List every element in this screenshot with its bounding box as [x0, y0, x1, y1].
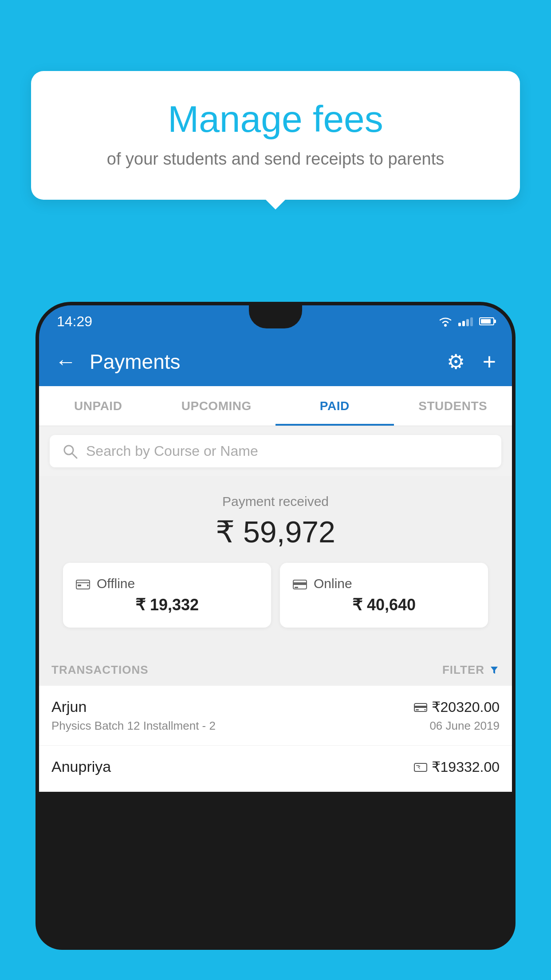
transaction-row[interactable]: Anupriya ₹ ₹19332.00 [39, 746, 512, 792]
transaction-amount: ₹20320.00 [414, 699, 500, 715]
battery-icon [479, 317, 494, 325]
transaction-date: 06 June 2019 [429, 719, 500, 733]
plus-icon[interactable]: + [483, 348, 496, 375]
bubble-title: Manage fees [53, 98, 498, 141]
background: Manage fees of your students and send re… [0, 0, 551, 980]
svg-point-0 [444, 324, 447, 327]
svg-marker-10 [491, 667, 498, 674]
online-label: Online [314, 576, 352, 591]
svg-rect-12 [414, 706, 427, 708]
transaction-top: Arjun ₹20320.00 [51, 698, 500, 715]
transactions-label: TRANSACTIONS [51, 663, 149, 677]
tab-students[interactable]: STUDENTS [394, 386, 512, 426]
status-icons [438, 316, 494, 327]
online-icon [292, 577, 307, 590]
bubble-subtitle: of your students and send receipts to pa… [53, 150, 498, 169]
svg-rect-9 [295, 587, 298, 588]
payment-summary: Payment received ₹ 59,972 [39, 476, 512, 654]
svg-point-14 [424, 709, 425, 710]
offline-card: Offline ₹ 19,332 [63, 563, 271, 628]
svg-rect-5 [78, 585, 81, 586]
search-icon [62, 443, 78, 459]
filter-label: FILTER [442, 663, 484, 677]
transaction-name: Arjun [51, 698, 87, 715]
filter-icon [489, 665, 500, 676]
svg-line-2 [72, 453, 77, 458]
card-payment-icon [414, 702, 427, 712]
online-amount: ₹ 40,640 [292, 596, 476, 614]
offline-label: Offline [97, 576, 135, 591]
svg-point-6 [87, 585, 89, 586]
tabs-bar: UNPAID UPCOMING PAID STUDENTS [39, 386, 512, 426]
transaction-amount-value: ₹19332.00 [432, 759, 500, 775]
payment-cards-row: Offline ₹ 19,332 [52, 563, 499, 641]
svg-rect-13 [416, 709, 419, 711]
offline-amount: ₹ 19,332 [75, 596, 259, 614]
phone-inner: 14:29 [39, 305, 512, 946]
svg-rect-15 [414, 763, 427, 771]
transaction-name: Anupriya [51, 758, 111, 775]
notch [249, 305, 302, 328]
screen-content: Search by Course or Name Payment receive… [39, 426, 512, 792]
signal-icon [458, 316, 473, 326]
cash-payment-icon: ₹ [414, 762, 427, 772]
svg-rect-17 [416, 765, 419, 766]
phone-outer: 14:29 [35, 302, 516, 950]
speech-bubble-container: Manage fees of your students and send re… [31, 71, 520, 200]
tab-paid[interactable]: PAID [276, 386, 394, 426]
wifi-icon [438, 316, 453, 327]
online-card-header: Online [292, 576, 476, 591]
filter-button[interactable]: FILTER [442, 663, 500, 677]
online-card: Online ₹ 40,640 [280, 563, 488, 628]
transactions-header: TRANSACTIONS FILTER [39, 654, 512, 686]
app-title: Payments [90, 350, 438, 374]
tab-unpaid[interactable]: UNPAID [39, 386, 157, 426]
transaction-description: Physics Batch 12 Installment - 2 [51, 719, 216, 733]
transaction-bottom: Physics Batch 12 Installment - 2 06 June… [51, 719, 500, 733]
gear-icon[interactable]: ⚙ [447, 350, 465, 374]
offline-card-header: Offline [75, 576, 259, 591]
speech-bubble: Manage fees of your students and send re… [31, 71, 520, 200]
back-button[interactable]: ← [55, 351, 76, 372]
search-bar[interactable]: Search by Course or Name [50, 435, 501, 467]
transaction-amount: ₹ ₹19332.00 [414, 759, 500, 775]
phone-frame: 14:29 [35, 302, 516, 980]
transaction-top: Anupriya ₹ ₹19332.00 [51, 758, 500, 775]
tab-upcoming[interactable]: UPCOMING [157, 386, 276, 426]
payment-received-label: Payment received [52, 494, 499, 509]
payment-received-amount: ₹ 59,972 [52, 514, 499, 549]
svg-rect-8 [293, 582, 307, 585]
transaction-row[interactable]: Arjun ₹20320.00 [39, 686, 512, 746]
status-time: 14:29 [57, 313, 92, 330]
search-input[interactable]: Search by Course or Name [86, 443, 258, 459]
app-bar: ← Payments ⚙ + [39, 337, 512, 386]
offline-icon [75, 577, 91, 590]
status-bar: 14:29 [39, 305, 512, 337]
transaction-amount-value: ₹20320.00 [432, 699, 500, 715]
